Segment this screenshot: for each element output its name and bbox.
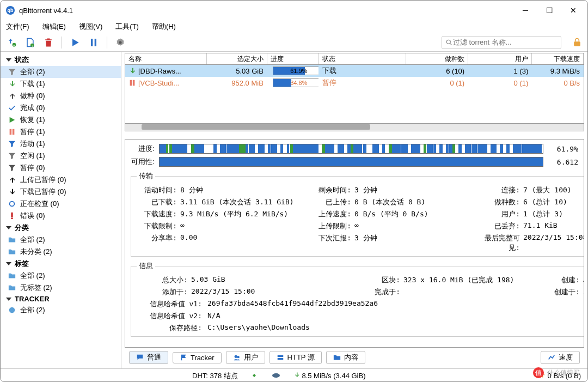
sidebar-section-category[interactable]: 分类: [1, 222, 121, 234]
sidebar-status-all[interactable]: 全部 (2): [1, 66, 121, 78]
svg-point-16: [234, 355, 237, 358]
sidebar-status-downloading[interactable]: 下载 (1): [1, 78, 121, 90]
menu-view[interactable]: 视图(V): [77, 21, 105, 33]
svg-point-5: [446, 40, 450, 44]
turtle-icon[interactable]: [271, 371, 281, 380]
funnel-active-icon: [8, 140, 16, 148]
sidebar-status-paused[interactable]: 暂停 (1): [1, 126, 121, 138]
svg-point-20: [272, 373, 280, 378]
sidebar-tracker-all[interactable]: 全部 (2): [1, 304, 121, 316]
search-input[interactable]: [453, 38, 558, 46]
sidebar-status-dlpaused[interactable]: 下载已暂停 (0): [1, 186, 121, 198]
sidebar[interactable]: 状态 全部 (2) 下载 (1) 做种 (0) 完成 (0) 恢复 (1) 暂停…: [1, 52, 121, 368]
titlebar: qb qBittorrent v4.4.1 ─ ☐ ✕: [1, 1, 587, 20]
torrent-row[interactable]: [DBD-Raws...5.03 GiB61.9%下载6 (10)1 (3)9.…: [125, 65, 584, 77]
close-button[interactable]: ✕: [561, 2, 585, 19]
sidebar-status-completed[interactable]: 完成 (0): [1, 102, 121, 114]
sidebar-tag-none[interactable]: 无标签 (2): [1, 282, 121, 294]
sidebar-status-seeding[interactable]: 做种 (0): [1, 90, 121, 102]
col-peers[interactable]: 用户: [468, 53, 532, 64]
lock-icon[interactable]: [571, 37, 583, 48]
resume-icon[interactable]: [69, 36, 82, 49]
chevron-down-icon: [6, 298, 11, 301]
transfer-legend: 传输: [137, 171, 155, 181]
svg-rect-18: [277, 355, 283, 357]
settings-icon[interactable]: [114, 36, 127, 49]
svg-point-17: [237, 356, 239, 358]
info-legend: 信息: [137, 261, 155, 271]
torrent-grid-header[interactable]: 名称 选定大小 进度 状态 做种数 用户 下载速度: [125, 53, 584, 65]
svg-text:+: +: [31, 44, 33, 47]
menu-file[interactable]: 文件(F): [4, 21, 32, 33]
chart-icon: [548, 354, 555, 361]
tab-tracker[interactable]: Tracker: [173, 352, 222, 363]
maximize-button[interactable]: ☐: [537, 2, 561, 19]
col-progress[interactable]: 进度: [267, 53, 319, 64]
flag-icon: [180, 354, 187, 361]
pause-icon[interactable]: [87, 36, 100, 49]
chevron-down-icon: [6, 226, 11, 229]
sidebar-status-errored[interactable]: 错误 (0): [1, 210, 121, 222]
chevron-down-icon: [6, 58, 11, 62]
scrollbar-thumb[interactable]: [142, 124, 370, 130]
sidebar-section-tags[interactable]: 标签: [1, 258, 121, 270]
sidebar-section-tracker[interactable]: TRACKER: [1, 294, 121, 304]
menu-edit[interactable]: 编辑(E): [40, 21, 68, 33]
delete-icon[interactable]: [42, 36, 55, 49]
sidebar-status-active[interactable]: 活动 (1): [1, 138, 121, 150]
torrent-grid[interactable]: [DBD-Raws...5.03 GiB61.9%下载6 (10)1 (3)9.…: [125, 65, 584, 124]
col-name[interactable]: 名称: [125, 53, 207, 64]
svg-point-13: [9, 307, 15, 313]
sidebar-category-all[interactable]: 全部 (2): [1, 234, 121, 246]
tab-speed[interactable]: 速度: [541, 351, 580, 364]
col-dlspeed[interactable]: 下载速度: [532, 53, 584, 64]
availability-value: 6.612: [548, 158, 578, 166]
horizontal-scrollbar[interactable]: [125, 124, 584, 131]
details-panel: 进度: 61.9% 可用性: 6.612 传输 活动时间:8 分钟 剩余时间:3…: [125, 139, 584, 348]
sidebar-status-stalled[interactable]: 暂停 (0): [1, 162, 121, 174]
upload-arrow-icon: [8, 92, 16, 100]
error-icon: [8, 212, 16, 220]
sidebar-status-resumed[interactable]: 恢复 (1): [1, 114, 121, 126]
up-black-icon: [8, 176, 16, 184]
speech-icon: [136, 354, 144, 361]
search-icon: [445, 39, 453, 46]
save-path[interactable]: C:\Users\yaohe\Downloads: [207, 323, 310, 333]
add-link-icon[interactable]: +: [5, 36, 18, 49]
tab-peers[interactable]: 用户: [226, 351, 265, 364]
app-icon: qb: [6, 6, 15, 15]
play-icon: [8, 116, 16, 124]
status-dl: 8.5 MiB/s (3.44 GiB): [293, 372, 366, 380]
menu-tools[interactable]: 工具(T): [113, 21, 141, 33]
minimize-button[interactable]: ─: [513, 2, 537, 19]
info-hash-v2[interactable]: N/A: [207, 311, 220, 321]
svg-rect-12: [11, 218, 13, 220]
folder-small-icon: [333, 354, 341, 361]
folder-icon: [8, 248, 16, 256]
sidebar-status-ulpaused[interactable]: 上传已暂停 (0): [1, 174, 121, 186]
col-size[interactable]: 选定大小: [207, 53, 267, 64]
window-title: qBittorrent v4.4.1: [19, 7, 513, 15]
toolbar: + +: [1, 33, 587, 52]
sidebar-status-inactive[interactable]: 空闲 (1): [1, 150, 121, 162]
svg-rect-15: [133, 80, 135, 86]
svg-text:+: +: [13, 43, 15, 46]
down-black-icon: [8, 188, 16, 196]
sidebar-tag-all[interactable]: 全部 (2): [1, 270, 121, 282]
add-file-icon[interactable]: +: [23, 36, 36, 49]
tab-content[interactable]: 内容: [326, 351, 365, 364]
svg-point-10: [10, 202, 15, 207]
col-seeds[interactable]: 做种数: [406, 53, 469, 64]
torrent-row[interactable]: [VCB-Studi...952.0 MiB34.8%暂停0 (1)0 (1)0…: [125, 77, 584, 89]
col-status[interactable]: 状态: [319, 53, 406, 64]
sidebar-category-uncat[interactable]: 未分类 (2): [1, 246, 121, 258]
details-tabbar: 普通 Tracker 用户 HTTP 源 内容 速度: [125, 348, 584, 367]
tab-general[interactable]: 普通: [129, 351, 168, 364]
search-box[interactable]: [442, 36, 561, 49]
info-hash-v1[interactable]: 269fa37bda4548fcb41f9544df22bd3919ea52a6: [207, 299, 378, 309]
svg-rect-7: [574, 41, 580, 46]
sidebar-section-status[interactable]: 状态: [1, 54, 121, 66]
sidebar-status-checking[interactable]: 正在检查 (0): [1, 198, 121, 210]
menu-help[interactable]: 帮助(H): [150, 21, 178, 33]
tab-http[interactable]: HTTP 源: [270, 351, 322, 364]
